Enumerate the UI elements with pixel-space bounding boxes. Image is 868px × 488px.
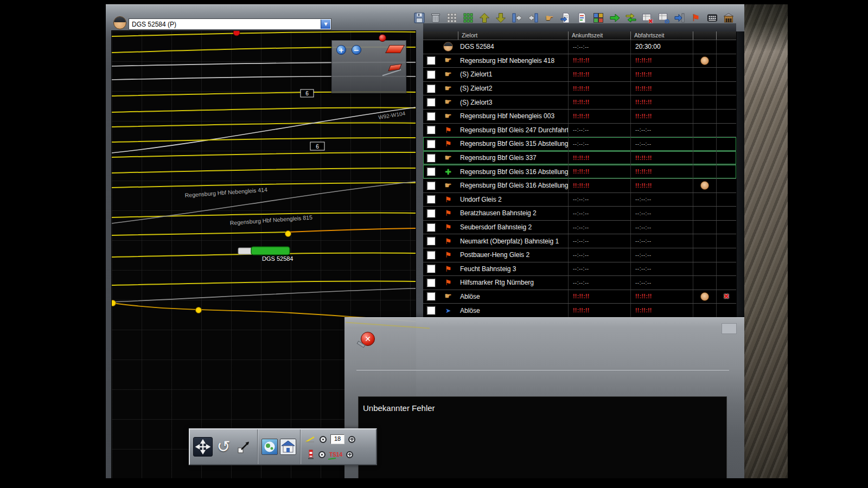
option-radio[interactable] <box>318 451 326 458</box>
cell: !!:!!:!! <box>630 304 693 317</box>
header-abfahrtszeit[interactable]: Abfahrtszeit <box>630 31 693 40</box>
row-checkbox[interactable] <box>427 223 435 232</box>
timetable-row[interactable]: ⚑Regensburg Bbf Gleis 315 Abstellung--:-… <box>423 137 736 151</box>
timetable-row[interactable]: ☛(S) Zielort3!!:!!:!!!!:!!:!! <box>423 95 736 110</box>
import-document-icon[interactable] <box>559 11 572 25</box>
timetable-row[interactable]: ☛Ablöse!!:!!:!!!!:!!:!!✖ <box>423 290 736 304</box>
timetable-row[interactable]: ☛Regensburg Bbf Gleis 316 Abstellung!!:!… <box>423 179 736 193</box>
cell: --:--:-- <box>568 193 630 207</box>
depot-icon[interactable] <box>722 11 735 25</box>
chevron-down-icon[interactable]: ▼ <box>321 20 330 29</box>
keypad-icon[interactable] <box>705 11 719 25</box>
row-checkbox[interactable] <box>427 168 435 176</box>
destination-label: Regensburg Bbf Gleis 316 Abstellung <box>460 182 568 189</box>
cell: !!:!!:!! <box>630 151 693 165</box>
signal-shape-icon[interactable] <box>385 45 405 53</box>
header-ankunftszeit[interactable]: Ankunftszeit <box>568 31 630 40</box>
swap-route-icon[interactable] <box>624 11 637 25</box>
set-flag-icon[interactable]: ⚑ <box>689 11 703 25</box>
timetable-row[interactable]: ☛Regensburg Hbf Nebengleis 003!!:!!:!!!!… <box>423 110 736 124</box>
insert-column-left-icon[interactable] <box>526 11 540 25</box>
world-3d-view[interactable] <box>744 0 788 478</box>
cell <box>423 248 438 262</box>
timetable-row[interactable]: ➤Ablöse!!:!!:!!!!:!!:!! <box>423 304 736 318</box>
cell: ⚑ <box>438 221 458 234</box>
row-checkbox[interactable] <box>427 98 435 106</box>
row-checkbox[interactable] <box>427 279 435 287</box>
timetable-row[interactable]: ⚑Hilfsmarker Rtg Nürnberg--:--:----:--:-… <box>423 276 736 290</box>
error-close-icon[interactable]: ✕ <box>361 332 375 346</box>
timetable-row[interactable]: ⚑Seubersdorf Bahnsteig 2--:--:----:--:-- <box>423 221 736 235</box>
train-wagon[interactable] <box>238 248 252 254</box>
increase-button[interactable] <box>348 436 355 443</box>
pan-button[interactable] <box>193 434 213 459</box>
cell: ⚑ <box>438 193 458 207</box>
zoom-in-button[interactable]: + <box>336 45 346 55</box>
move-up-icon[interactable] <box>477 11 491 25</box>
node-move-button[interactable] <box>234 434 254 459</box>
move-down-icon[interactable] <box>494 11 507 25</box>
grid-icon[interactable] <box>445 11 458 25</box>
row-checkbox[interactable] <box>427 292 435 300</box>
value-input[interactable]: 18 <box>330 434 344 444</box>
waypoint-flag-icon: ⚑ <box>445 237 452 245</box>
row-checkbox[interactable] <box>427 154 435 162</box>
timetable-row[interactable]: ☛Regensburg Hbf Nebengleis 418!!:!!:!!!!… <box>423 54 736 68</box>
row-checkbox[interactable] <box>427 140 435 148</box>
row-checkbox[interactable] <box>427 251 435 259</box>
track-node-dot[interactable] <box>285 231 291 237</box>
add-route-icon[interactable] <box>608 11 621 25</box>
row-checkbox[interactable] <box>427 237 435 245</box>
row-checkbox[interactable] <box>427 85 435 93</box>
row-checkbox[interactable] <box>427 70 435 79</box>
timetable-row[interactable]: ✚Regensburg Bbf Gleis 316 Abstellung!!:!… <box>423 165 736 179</box>
insert-column-right-icon[interactable] <box>510 11 524 25</box>
timetable-row[interactable]: ⚑Beratzhausen Bahnsteig 2--:--:----:--:-… <box>423 207 736 221</box>
grid-green-icon[interactable] <box>461 11 475 25</box>
row-checkbox[interactable] <box>427 182 435 190</box>
cell <box>716 248 736 262</box>
edit-document-icon[interactable] <box>575 11 589 25</box>
zoom-out-button[interactable]: − <box>352 45 361 55</box>
category-grid-icon[interactable] <box>591 11 605 25</box>
delete-icon[interactable] <box>429 11 442 25</box>
track-node-dot[interactable] <box>196 307 202 313</box>
train-marker[interactable] <box>251 247 290 255</box>
timetable-row[interactable]: ⚑Undorf Gleis 2--:--:----:--:-- <box>423 193 736 207</box>
row-checkbox[interactable] <box>427 306 435 314</box>
row-checkbox[interactable] <box>427 209 435 217</box>
header-zielort[interactable]: Zielort <box>458 31 568 40</box>
cell: (S) Zielort2 <box>458 82 568 95</box>
manual-stop-icon[interactable]: ☛ <box>542 11 556 25</box>
world-view-button[interactable] <box>260 434 279 459</box>
train-selector-dropdown[interactable]: DGS 52584 (P) ▼ <box>129 18 331 30</box>
pan-tile <box>193 437 213 457</box>
timetable-row[interactable]: DGS 52584--:--:--20:30:00 <box>423 40 736 54</box>
rotate-button[interactable]: ↺ <box>213 434 234 459</box>
increase-button[interactable] <box>346 451 353 458</box>
exit-train-icon[interactable] <box>673 11 686 25</box>
home-view-button[interactable] <box>279 434 297 459</box>
cell: ☛ <box>438 179 458 192</box>
timetable-row[interactable]: ☛(S) Zielort1!!:!!:!!!!:!!:!! <box>423 68 736 82</box>
row-checkbox[interactable] <box>427 265 435 273</box>
timetable-row[interactable]: ⚑Neumarkt (Oberpfalz) Bahnsteig 1--:--:-… <box>423 234 736 248</box>
row-checkbox[interactable] <box>427 56 435 65</box>
timetable-row[interactable]: ☛Regensburg Bbf Gleis 337!!:!!:!!!!:!!:!… <box>423 151 736 165</box>
option-radio[interactable] <box>320 436 327 443</box>
letterbox-right <box>788 0 868 488</box>
row-checkbox[interactable] <box>427 112 435 120</box>
row-checkbox[interactable] <box>427 195 435 203</box>
save-icon[interactable] <box>412 11 426 25</box>
timetable-scrollbar[interactable] <box>736 31 744 318</box>
timetable-row[interactable]: ⚑Feucht Bahnsteig 3--:--:----:--:-- <box>423 262 736 277</box>
row-checkbox[interactable] <box>427 126 435 134</box>
dialog-corner-tab[interactable] <box>722 323 737 334</box>
timetable-row[interactable]: ⚑Postbauer-Heng Gleis 2--:--:----:--:-- <box>423 248 736 262</box>
track-node-dot[interactable] <box>112 300 116 306</box>
timetable-row[interactable]: ☛(S) Zielort2!!:!!:!!!!:!!:!! <box>423 82 736 96</box>
table-settings-icon[interactable]: ⚙ <box>656 11 670 25</box>
remove-assignment-icon[interactable]: ✖ <box>640 11 654 25</box>
timetable-row[interactable]: ⚑Regensburg Bbf Gleis 247 Durchfahrt--:-… <box>423 124 736 138</box>
cancel-icon[interactable]: ✖ <box>724 292 730 300</box>
